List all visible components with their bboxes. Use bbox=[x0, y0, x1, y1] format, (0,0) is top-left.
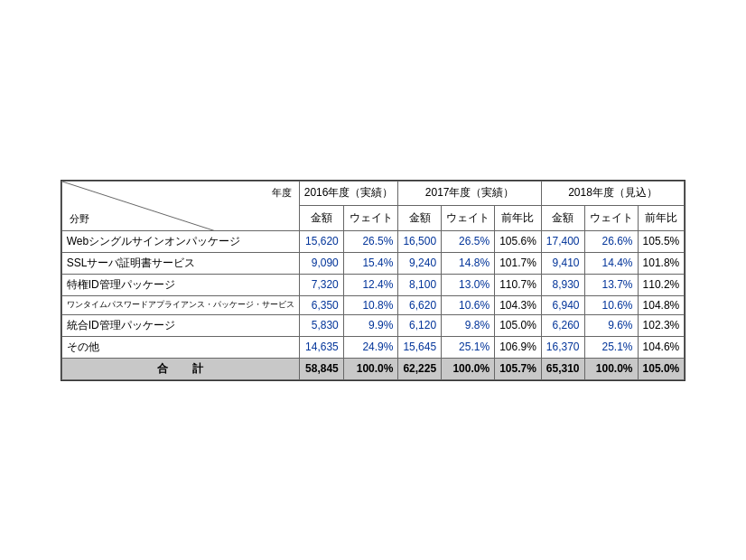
subheader-yoy-2017: 前年比 bbox=[495, 206, 542, 231]
amt2018-cell: 9,410 bbox=[541, 252, 584, 274]
amt2016-cell: 15,620 bbox=[299, 230, 343, 252]
subheader-weight-2016: ウェイト bbox=[343, 206, 398, 231]
wt2018-cell: 14.4% bbox=[584, 252, 638, 274]
category-cell: SSLサーバ証明書サービス bbox=[61, 252, 299, 274]
amt2017-cell: 6,620 bbox=[398, 295, 442, 314]
wt2018-cell: 10.6% bbox=[584, 295, 638, 314]
yoy2017-cell: 105.0% bbox=[495, 314, 542, 336]
wt2016-cell: 10.8% bbox=[343, 295, 398, 314]
table-row: その他 14,635 24.9% 15,645 25.1% 106.9% 16,… bbox=[61, 336, 685, 358]
wt2016-cell: 24.9% bbox=[343, 336, 398, 358]
amt2017-cell: 8,100 bbox=[398, 274, 442, 295]
wt2018-cell: 13.7% bbox=[584, 274, 638, 295]
yoy2018-cell: 102.3% bbox=[638, 314, 685, 336]
yoy2018-cell: 110.2% bbox=[638, 274, 685, 295]
table-row: Webシングルサインオンパッケージ 15,620 26.5% 16,500 26… bbox=[61, 230, 685, 252]
amt2017-cell: 6,120 bbox=[398, 314, 442, 336]
wt2018-cell: 9.6% bbox=[584, 314, 638, 336]
subheader-amount-2018: 金額 bbox=[541, 206, 584, 231]
year-2018-header: 2018年度（見込） bbox=[541, 181, 684, 206]
amt2017-cell: 15,645 bbox=[398, 336, 442, 358]
amt2016-cell: 14,635 bbox=[299, 336, 343, 358]
amt2018-cell: 8,930 bbox=[541, 274, 584, 295]
wt2018-cell: 26.6% bbox=[584, 230, 638, 252]
category-cell: 特権ID管理パッケージ bbox=[61, 274, 299, 295]
total-yoy2017: 105.7% bbox=[495, 358, 542, 379]
year-2016-header: 2016年度（実績） bbox=[299, 181, 398, 206]
data-table: 年度 分野 2016年度（実績） 2017年度（実績） 2018年度（見込） 金… bbox=[61, 181, 685, 380]
amt2017-cell: 16,500 bbox=[398, 230, 442, 252]
table-row: SSLサーバ証明書サービス 9,090 15.4% 9,240 14.8% 10… bbox=[61, 252, 685, 274]
yoy2017-cell: 101.7% bbox=[495, 252, 542, 274]
diagonal-header-cell: 年度 分野 bbox=[61, 181, 299, 230]
total-label1: 合 bbox=[157, 362, 168, 375]
amt2016-cell: 6,350 bbox=[299, 295, 343, 314]
yoy2017-cell: 106.9% bbox=[495, 336, 542, 358]
yoy2018-cell: 104.6% bbox=[638, 336, 685, 358]
year-header-row: 年度 分野 2016年度（実績） 2017年度（実績） 2018年度（見込） bbox=[61, 181, 685, 206]
wt2017-cell: 10.6% bbox=[442, 295, 495, 314]
table-row: 統合ID管理パッケージ 5,830 9.9% 6,120 9.8% 105.0%… bbox=[61, 314, 685, 336]
wt2017-cell: 14.8% bbox=[442, 252, 495, 274]
amt2016-cell: 5,830 bbox=[299, 314, 343, 336]
main-table-wrapper: 年度 分野 2016年度（実績） 2017年度（実績） 2018年度（見込） 金… bbox=[61, 180, 686, 381]
wt2017-cell: 25.1% bbox=[442, 336, 495, 358]
amt2018-cell: 6,940 bbox=[541, 295, 584, 314]
table-row: ワンタイムパスワードアプライアンス・パッケージ・サービス 6,350 10.8%… bbox=[61, 295, 685, 314]
category-cell: 統合ID管理パッケージ bbox=[61, 314, 299, 336]
wt2016-cell: 15.4% bbox=[343, 252, 398, 274]
total-wt2018: 100.0% bbox=[584, 358, 638, 379]
total-label2: 計 bbox=[192, 362, 203, 375]
yoy2018-cell: 105.5% bbox=[638, 230, 685, 252]
wt2017-cell: 13.0% bbox=[442, 274, 495, 295]
yoy2018-cell: 101.8% bbox=[638, 252, 685, 274]
diagonal-year-label: 年度 bbox=[272, 186, 292, 200]
total-wt2016: 100.0% bbox=[343, 358, 398, 379]
subheader-amount-2016: 金額 bbox=[299, 206, 343, 231]
category-cell: Webシングルサインオンパッケージ bbox=[61, 230, 299, 252]
yoy2018-cell: 104.8% bbox=[638, 295, 685, 314]
amt2016-cell: 9,090 bbox=[299, 252, 343, 274]
amt2017-cell: 9,240 bbox=[398, 252, 442, 274]
total-amt2017: 62,225 bbox=[398, 358, 442, 379]
amt2016-cell: 7,320 bbox=[299, 274, 343, 295]
table-row: 特権ID管理パッケージ 7,320 12.4% 8,100 13.0% 110.… bbox=[61, 274, 685, 295]
total-yoy2018: 105.0% bbox=[638, 358, 685, 379]
wt2018-cell: 25.1% bbox=[584, 336, 638, 358]
total-wt2017: 100.0% bbox=[442, 358, 495, 379]
category-cell: ワンタイムパスワードアプライアンス・パッケージ・サービス bbox=[61, 295, 299, 314]
subheader-weight-2017: ウェイト bbox=[442, 206, 495, 231]
wt2017-cell: 9.8% bbox=[442, 314, 495, 336]
amt2018-cell: 16,370 bbox=[541, 336, 584, 358]
diagonal-category-label: 分野 bbox=[70, 212, 89, 226]
total-label-cell: 合 計 bbox=[61, 358, 299, 379]
subheader-amount-2017: 金額 bbox=[398, 206, 442, 231]
yoy2017-cell: 104.3% bbox=[495, 295, 542, 314]
wt2016-cell: 9.9% bbox=[343, 314, 398, 336]
subheader-weight-2018: ウェイト bbox=[584, 206, 638, 231]
total-row: 合 計 58,845 100.0% 62,225 100.0% 105.7% 6… bbox=[61, 358, 685, 379]
year-2017-header: 2017年度（実績） bbox=[398, 181, 541, 206]
yoy2017-cell: 105.6% bbox=[495, 230, 542, 252]
wt2017-cell: 26.5% bbox=[442, 230, 495, 252]
total-amt2018: 65,310 bbox=[541, 358, 584, 379]
category-cell: その他 bbox=[61, 336, 299, 358]
subheader-yoy-2018: 前年比 bbox=[638, 206, 685, 231]
amt2018-cell: 6,260 bbox=[541, 314, 584, 336]
wt2016-cell: 12.4% bbox=[343, 274, 398, 295]
wt2016-cell: 26.5% bbox=[343, 230, 398, 252]
yoy2017-cell: 110.7% bbox=[495, 274, 542, 295]
amt2018-cell: 17,400 bbox=[541, 230, 584, 252]
total-amt2016: 58,845 bbox=[299, 358, 343, 379]
